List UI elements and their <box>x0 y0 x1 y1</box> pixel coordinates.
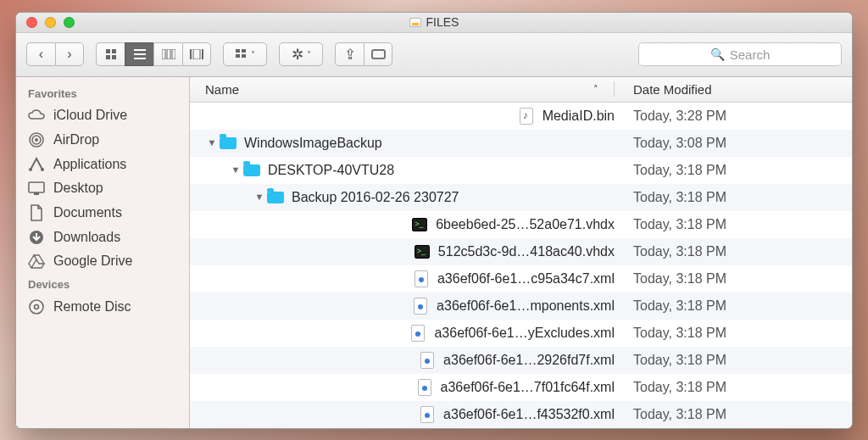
xml-icon <box>418 405 437 424</box>
xml-icon <box>409 324 427 343</box>
forward-button[interactable]: › <box>55 42 84 66</box>
svg-point-25 <box>30 300 43 314</box>
column-name-header[interactable]: Name ˄ <box>190 82 614 97</box>
file-date: Today, 3:18 PM <box>615 271 852 287</box>
disclosure-triangle-icon[interactable] <box>205 137 219 148</box>
vhdx-icon <box>413 242 431 261</box>
view-list-button[interactable] <box>125 42 153 66</box>
gear-icon: ✲ <box>292 46 303 64</box>
disclosure-triangle-icon[interactable] <box>229 164 242 175</box>
tag-icon <box>371 49 386 59</box>
sidebar-item-airdrop[interactable]: AirDrop <box>16 127 189 153</box>
sidebar-item-label: Downloads <box>53 230 120 245</box>
sidebar-favorites-header: Favorites <box>16 82 189 103</box>
file-date: Today, 3:18 PM <box>615 244 852 259</box>
gdrive-icon <box>28 253 45 269</box>
view-columns-button[interactable] <box>153 42 182 66</box>
xml-icon <box>411 297 430 315</box>
content-area: Favorites iCloud DriveAirDropApplication… <box>16 77 852 428</box>
svg-rect-12 <box>202 49 203 59</box>
file-row[interactable]: a36ef06f-6e1…2926fd7f.xmlToday, 3:18 PM <box>190 347 852 374</box>
view-gallery-button[interactable] <box>182 42 211 66</box>
sidebar-item-label: AirDrop <box>53 132 99 148</box>
sidebar-item-apps[interactable]: Applications <box>16 153 189 176</box>
svg-rect-13 <box>236 49 240 53</box>
sidebar-item-downloads[interactable]: Downloads <box>16 226 189 249</box>
sidebar-item-documents[interactable]: Documents <box>16 200 189 226</box>
arrange-icon <box>236 49 248 59</box>
tags-button[interactable] <box>364 42 392 66</box>
file-name: 512c5d3c-9d…418ac40.vhdx <box>438 244 615 259</box>
svg-rect-5 <box>134 53 146 55</box>
back-button[interactable]: ‹ <box>26 42 55 66</box>
remotedisc-icon <box>28 298 45 315</box>
file-name: MediaID.bin <box>542 109 615 124</box>
window-title: FILES <box>16 15 852 29</box>
sidebar-item-label: iCloud Drive <box>53 108 127 123</box>
file-rows: MediaID.binToday, 3:28 PMWindowsImageBac… <box>190 103 852 428</box>
svg-rect-6 <box>134 58 146 59</box>
window-title-text: FILES <box>426 15 459 29</box>
action-segment: ✲ ˅ <box>279 42 323 66</box>
sidebar-item-label: Documents <box>53 205 122 220</box>
share-tags-segment <box>335 42 392 66</box>
file-date: Today, 3:18 PM <box>615 407 852 422</box>
file-date: Today, 3:28 PM <box>615 109 852 124</box>
svg-point-20 <box>29 168 32 171</box>
file-list-area: Name ˄ Date Modified MediaID.binToday, 3… <box>190 77 852 428</box>
file-row[interactable]: MediaID.binToday, 3:28 PM <box>190 103 852 130</box>
file-row[interactable]: WindowsImageBackupToday, 3:08 PM <box>190 130 852 157</box>
sidebar-item-label: Applications <box>53 157 126 172</box>
search-icon: 🔍 <box>710 47 725 61</box>
column-date-header[interactable]: Date Modified <box>615 82 852 97</box>
svg-rect-2 <box>106 55 110 59</box>
svg-rect-4 <box>134 49 146 51</box>
cloud-icon <box>28 109 45 121</box>
file-row[interactable]: a36ef06f-6e1…7f01fc64f.xmlToday, 3:18 PM <box>190 374 852 401</box>
svg-point-26 <box>35 304 39 309</box>
disclosure-triangle-icon[interactable] <box>253 192 266 202</box>
share-icon <box>344 46 356 64</box>
file-name: a36ef06f-6e1…c95a34c7.xml <box>437 271 615 287</box>
file-row[interactable]: DESKTOP-40VTU28Today, 3:18 PM <box>190 157 852 184</box>
sidebar-item-gdrive[interactable]: Google Drive <box>16 249 189 273</box>
file-row[interactable]: a36ef06f-6e1…yExcludes.xmlToday, 3:18 PM <box>190 320 852 347</box>
view-icons-button[interactable] <box>96 42 125 66</box>
svg-rect-23 <box>34 192 39 195</box>
svg-rect-8 <box>167 49 170 59</box>
desktop-icon <box>28 181 45 195</box>
toolbar: ‹ › ˅ ✲ ˅ <box>16 33 852 77</box>
sidebar-devices-header: Devices <box>16 273 189 294</box>
sidebar: Favorites iCloud DriveAirDropApplication… <box>16 77 190 428</box>
finder-window: FILES ‹ › ˅ <box>15 12 853 429</box>
file-row[interactable]: a36ef06f-6e1…c95a34c7.xmlToday, 3:18 PM <box>190 265 852 292</box>
file-row[interactable]: Backup 2016-02-26 230727Today, 3:18 PM <box>190 184 852 211</box>
svg-rect-1 <box>112 49 116 53</box>
file-date: Today, 3:18 PM <box>615 163 852 178</box>
nav-buttons: ‹ › <box>26 42 84 66</box>
share-button[interactable] <box>335 42 364 66</box>
svg-rect-3 <box>112 55 116 59</box>
sidebar-item-label: Remote Disc <box>53 299 131 315</box>
file-row[interactable]: a36ef06f-6e1…mponents.xmlToday, 3:18 PM <box>190 292 852 320</box>
sidebar-item-remotedisc[interactable]: Remote Disc <box>16 294 189 320</box>
xml-icon <box>415 378 434 397</box>
xml-icon <box>412 270 431 288</box>
column-name-label: Name <box>205 82 239 97</box>
file-row[interactable]: 512c5d3c-9d…418ac40.vhdxToday, 3:18 PM <box>190 238 852 265</box>
gallery-icon <box>190 49 203 59</box>
downloads-icon <box>28 230 45 245</box>
arrange-button[interactable]: ˅ <box>223 42 267 66</box>
file-row[interactable]: a36ef06f-6e1…f43532f0.xmlToday, 3:18 PM <box>190 401 852 428</box>
file-name: DESKTOP-40VTU28 <box>268 163 394 178</box>
file-row[interactable]: 6beeb6ed-25…52a0e71.vhdxToday, 3:18 PM <box>190 211 852 238</box>
svg-rect-14 <box>242 49 246 53</box>
action-button[interactable]: ✲ ˅ <box>279 42 323 66</box>
search-field[interactable]: 🔍 Search <box>638 42 842 66</box>
svg-rect-16 <box>242 54 246 58</box>
titlebar: FILES <box>16 13 852 33</box>
sidebar-item-desktop[interactable]: Desktop <box>16 176 189 200</box>
svg-rect-11 <box>193 49 200 59</box>
file-date: Today, 3:18 PM <box>615 380 852 395</box>
sidebar-item-cloud[interactable]: iCloud Drive <box>16 103 189 127</box>
